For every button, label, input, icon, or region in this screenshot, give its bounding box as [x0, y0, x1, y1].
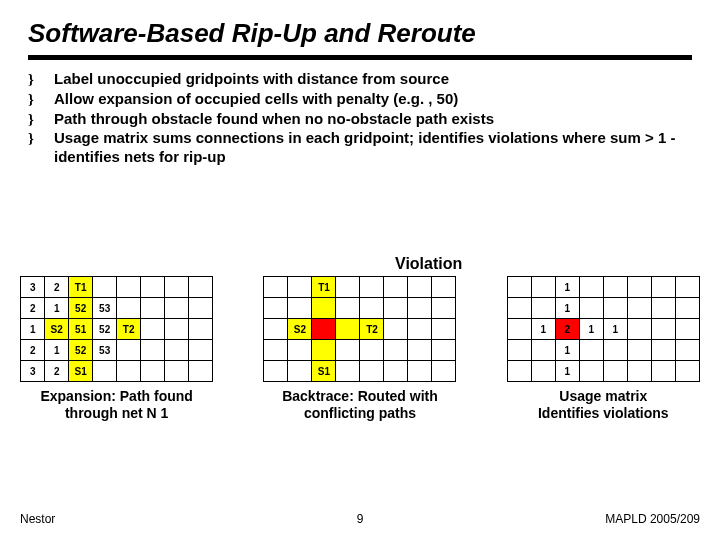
grid-cell — [141, 277, 165, 298]
grid-cell — [165, 298, 189, 319]
grid-cell — [336, 319, 360, 340]
grid-cell — [432, 298, 456, 319]
grid-cell — [288, 298, 312, 319]
caption-left-l2: through net N 1 — [65, 405, 168, 421]
bullet-list: }Label unoccupied gridpoints with distan… — [28, 70, 692, 167]
grid-cell — [603, 361, 627, 382]
grid-cell: 52 — [93, 319, 117, 340]
grid-cell — [336, 298, 360, 319]
grid-cell — [384, 298, 408, 319]
bullet-mark: } — [28, 70, 54, 89]
grid-cell: 2 — [45, 361, 69, 382]
grid-cell — [507, 319, 531, 340]
grid-cell: S1 — [69, 361, 93, 382]
title-rule — [28, 55, 692, 60]
grid-cell: 3 — [21, 277, 45, 298]
grid-cell — [675, 298, 699, 319]
grid-cell — [360, 361, 384, 382]
grid-middle-table: T1S2T2S1 — [263, 276, 456, 382]
bullet-item: }Usage matrix sums connections in each g… — [28, 129, 692, 167]
grid-cell — [675, 340, 699, 361]
grid-cell — [651, 361, 675, 382]
grid-cell: T2 — [360, 319, 384, 340]
grid-cell — [675, 319, 699, 340]
grid-cell — [264, 361, 288, 382]
grid-cell — [141, 319, 165, 340]
grid-cell — [93, 361, 117, 382]
grid-cell — [408, 319, 432, 340]
grid-cell: S2 — [45, 319, 69, 340]
grid-cell — [408, 277, 432, 298]
grid-cell — [507, 298, 531, 319]
grid-cell — [264, 298, 288, 319]
grid-cell — [531, 340, 555, 361]
grid-cell: 2 — [45, 277, 69, 298]
grid-cell — [312, 340, 336, 361]
grid-cell: 52 — [69, 340, 93, 361]
grid-cell — [531, 277, 555, 298]
grid-cell: 53 — [93, 298, 117, 319]
grid-cell — [507, 361, 531, 382]
grid-cell — [264, 340, 288, 361]
grid-cell — [312, 319, 336, 340]
grid-cell — [189, 361, 213, 382]
grid-cell — [117, 340, 141, 361]
grid-cell: 1 — [555, 277, 579, 298]
grid-cell — [651, 277, 675, 298]
grid-cell — [531, 298, 555, 319]
grid-cell — [384, 340, 408, 361]
bullet-text: Path through obstacle found when no no-o… — [54, 110, 494, 129]
grid-cell — [651, 298, 675, 319]
grid-cell: 1 — [555, 361, 579, 382]
caption-mid-l1: Backtrace: Routed with — [282, 388, 438, 404]
grid-cell: 3 — [21, 361, 45, 382]
grid-cell — [264, 277, 288, 298]
grid-cell — [165, 319, 189, 340]
bullet-mark: } — [28, 90, 54, 109]
bullet-text: Label unoccupied gridpoints with distanc… — [54, 70, 449, 89]
grid-cell — [408, 298, 432, 319]
grid-cell — [627, 298, 651, 319]
grid-cell — [408, 340, 432, 361]
slide-title: Software-Based Rip-Up and Reroute — [28, 18, 692, 49]
grid-cell: 52 — [69, 298, 93, 319]
grids-row: 32T12152531S25152T221525332S1 Expansion:… — [0, 276, 720, 422]
grid-cell — [117, 298, 141, 319]
grid-cell — [288, 361, 312, 382]
grid-cell — [141, 340, 165, 361]
grid-cell: 2 — [21, 340, 45, 361]
grid-left-table: 32T12152531S25152T221525332S1 — [20, 276, 213, 382]
grid-cell — [627, 361, 651, 382]
caption-mid-l2: conflicting paths — [304, 405, 416, 421]
caption-right-l1: Usage matrix — [559, 388, 647, 404]
grid-cell — [579, 298, 603, 319]
grid-cell: 1 — [531, 319, 555, 340]
grid-cell: 1 — [45, 298, 69, 319]
slide-footer: Nestor 9 MAPLD 2005/209 — [0, 512, 720, 526]
grid-cell — [288, 340, 312, 361]
grid-cell — [603, 298, 627, 319]
grid-cell — [360, 340, 384, 361]
grid-cell — [579, 361, 603, 382]
bullet-item: }Path through obstacle found when no no-… — [28, 110, 692, 129]
bullet-text: Usage matrix sums connections in each gr… — [54, 129, 692, 167]
grid-cell: 1 — [603, 319, 627, 340]
grid-right-table: 11121111 — [507, 276, 700, 382]
grid-cell — [336, 361, 360, 382]
grid-cell — [675, 277, 699, 298]
grid-cell — [336, 277, 360, 298]
grid-expansion: 32T12152531S25152T221525332S1 Expansion:… — [20, 276, 213, 422]
grid-cell — [603, 277, 627, 298]
grid-cell — [651, 319, 675, 340]
grid-cell: 53 — [93, 340, 117, 361]
grid-cell — [117, 361, 141, 382]
grid-backtrace: T1S2T2S1 Backtrace: Routed with conflict… — [263, 276, 456, 422]
grid-cell — [603, 340, 627, 361]
bullet-text: Allow expansion of occupied cells with p… — [54, 90, 458, 109]
grid-cell: S2 — [288, 319, 312, 340]
grid-cell — [384, 361, 408, 382]
grid-cell: T1 — [312, 277, 336, 298]
grid-cell: 1 — [45, 340, 69, 361]
grid-cell — [627, 319, 651, 340]
grid-cell — [360, 298, 384, 319]
